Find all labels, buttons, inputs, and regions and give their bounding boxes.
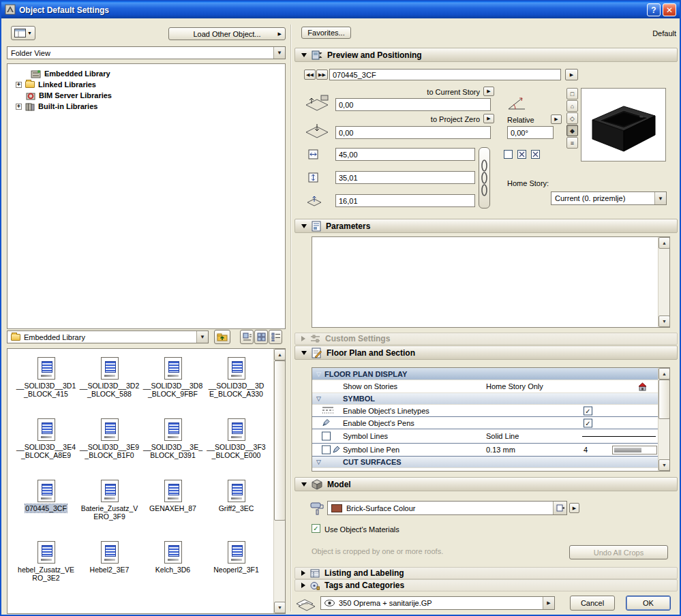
relative-menu-button[interactable]: ▶: [551, 114, 562, 124]
library-path-select[interactable]: Embedded Library ▼: [7, 330, 209, 343]
group-triangle-icon[interactable]: ▽: [316, 459, 321, 465]
section-floor-plan-and-section[interactable]: Floor Plan and Section: [294, 345, 678, 360]
linetypes-checkbox[interactable]: ✓: [584, 406, 592, 415]
title-bar[interactable]: Object Default Settings ? ✕: [1, 1, 680, 18]
dropdown-arrow-icon[interactable]: ▼: [196, 331, 208, 343]
scroll-up-button[interactable]: ▲: [659, 368, 670, 380]
preview-front-view-button[interactable]: ⌂: [566, 100, 578, 112]
parameters-list[interactable]: ▲ ▼: [312, 236, 670, 328]
preview-2d-symbol-button[interactable]: □: [566, 88, 578, 99]
rotation-angle-input[interactable]: [507, 126, 554, 139]
table-group-floor-plan-display[interactable]: ▽ FLOOR PLAN DISPLAY: [312, 368, 658, 380]
collapse-triangle-icon[interactable]: [301, 351, 307, 355]
layer-menu-arrow-icon[interactable]: ▶: [543, 597, 554, 609]
dropdown-arrow-icon[interactable]: ▼: [654, 192, 666, 204]
object-preview-pane[interactable]: [581, 88, 666, 161]
surface-catalog-icon[interactable]: [553, 502, 566, 514]
to-project-zero-menu-button[interactable]: ▶: [483, 114, 494, 123]
scroll-up-button[interactable]: ▲: [659, 237, 670, 249]
table-row-symbol-line-pen[interactable]: Symbol Line Pen 0.13 mm 4: [312, 444, 658, 457]
dialog-view-options-button[interactable]: ▼: [11, 26, 35, 40]
section-listing-and-labeling[interactable]: Listing and Labeling: [294, 567, 678, 579]
tree-item-embedded-library[interactable]: Embedded Library: [7, 68, 285, 79]
library-object-item[interactable]: __SOLID3D__3E4_BLOCK_A8E9: [14, 418, 78, 480]
layer-select[interactable]: 350 Oprema + sanitarije.GP ▶: [320, 596, 555, 610]
next-object-button[interactable]: ▶▶: [316, 70, 328, 80]
home-story-select[interactable]: Current (0. prizemlje) ▼: [551, 191, 667, 205]
row-value[interactable]: Home Story Only: [486, 382, 543, 390]
expand-plus-icon[interactable]: +: [16, 104, 22, 110]
object-name-field[interactable]: 070445_3CF: [329, 69, 561, 80]
symbol-pen-checkbox[interactable]: [322, 446, 331, 455]
surface-menu-button[interactable]: ▶: [569, 503, 579, 513]
dimension-x-input[interactable]: [335, 148, 475, 161]
collapse-triangle-icon[interactable]: [301, 53, 307, 57]
ok-button[interactable]: OK: [626, 596, 671, 611]
line-preview[interactable]: [582, 436, 656, 437]
pen-preview[interactable]: [612, 446, 657, 455]
library-object-item[interactable]: Griff2_3EC: [205, 480, 268, 541]
close-button[interactable]: ✕: [663, 3, 676, 16]
collapse-triangle-icon[interactable]: [301, 224, 307, 228]
library-object-item[interactable]: Neoperl2_3F1: [205, 541, 268, 602]
load-other-object-button[interactable]: Load Other Object... ▶: [168, 27, 286, 40]
expand-plus-icon[interactable]: +: [16, 82, 22, 88]
collapse-triangle-icon[interactable]: [301, 583, 305, 588]
table-row-show-on-stories[interactable]: Show on Stories Home Story Only: [312, 380, 658, 393]
library-object-item[interactable]: Kelch_3D6: [141, 541, 205, 602]
dropdown-arrow-icon[interactable]: ▼: [273, 47, 285, 59]
section-model[interactable]: Model: [294, 477, 678, 491]
collapse-triangle-icon[interactable]: [301, 336, 305, 341]
group-triangle-icon[interactable]: ▽: [316, 371, 321, 378]
library-object-item[interactable]: Hebel2_3E7: [78, 541, 141, 602]
undo-all-crops-button[interactable]: Undo All Crops: [569, 545, 668, 559]
mirror-y-icon-box[interactable]: [531, 150, 540, 159]
table-scrollbar[interactable]: ▲ ▼: [658, 368, 669, 471]
large-icons-view-button[interactable]: [240, 330, 254, 344]
folder-view-select[interactable]: Folder View ▼: [7, 46, 286, 59]
small-icons-view-button[interactable]: [254, 330, 268, 344]
row-value[interactable]: 0.13 mm: [486, 446, 515, 454]
scrollbar-thumb[interactable]: [274, 360, 286, 521]
object-menu-button[interactable]: ▶: [565, 69, 578, 80]
table-row-enable-linetypes[interactable]: Enable Object's Linetypes ✓: [312, 405, 658, 417]
section-tags-and-categories[interactable]: Tags and Categories: [294, 579, 678, 591]
group-triangle-icon[interactable]: ▽: [316, 395, 321, 402]
dimension-y-input[interactable]: [335, 171, 475, 184]
scroll-down-button[interactable]: ▼: [274, 602, 286, 613]
tree-item-linked-libraries[interactable]: + Linked Libraries: [7, 79, 285, 90]
table-row-symbol-lines[interactable]: Symbol Lines Solid Line: [312, 429, 658, 444]
collapse-triangle-icon[interactable]: [301, 482, 307, 487]
details-view-button[interactable]: [269, 330, 282, 344]
up-one-level-button[interactable]: [214, 330, 230, 344]
library-object-item[interactable]: hebel_Zusatz_VERO_3E2: [14, 541, 78, 602]
scroll-down-button[interactable]: ▼: [659, 459, 670, 471]
table-group-cut-surfaces[interactable]: ▽ CUT SURFACES: [312, 457, 658, 468]
section-parameters[interactable]: Parameters: [294, 219, 678, 233]
help-button[interactable]: ?: [647, 3, 661, 16]
preview-3d-shaded-button[interactable]: ◆: [566, 125, 578, 136]
library-object-item[interactable]: GENAXEH_87: [141, 480, 205, 541]
symbol-lines-checkbox[interactable]: [322, 432, 331, 441]
library-object-item[interactable]: __SOLID3D__3F3_BLOCK_E000: [205, 418, 268, 480]
library-object-item[interactable]: __SOLID3D__3D2_BLOCK_588: [78, 357, 141, 418]
parameters-scrollbar[interactable]: ▲ ▼: [658, 237, 669, 327]
proportional-link-toggle[interactable]: [479, 147, 490, 209]
row-value[interactable]: Solid Line: [486, 432, 519, 440]
preview-info-button[interactable]: ≡: [566, 137, 578, 149]
tree-item-bim-server-libraries[interactable]: BIM Server Libraries: [7, 90, 285, 101]
previous-object-button[interactable]: ◀◀: [304, 70, 316, 80]
library-object-item[interactable]: __SOLID3D__3E9_BLOCK_B1F0: [78, 418, 141, 480]
tree-item-built-in-libraries[interactable]: + Built-in Libraries: [7, 101, 285, 112]
library-object-item[interactable]: __SOLID3D__3D1_BLOCK_415: [14, 357, 78, 418]
section-preview-and-positioning[interactable]: Preview and Positioning: [294, 48, 678, 62]
mirror-checkbox[interactable]: [504, 150, 513, 159]
library-object-item[interactable]: __SOLID3D__3E_BLOCK_D391: [141, 418, 205, 480]
library-object-item[interactable]: __SOLID3D__3D8_BLOCK_9FBF: [141, 357, 205, 418]
elevation-to-zero-input[interactable]: [335, 126, 491, 139]
scroll-down-button[interactable]: ▼: [659, 315, 670, 327]
elevation-to-story-input[interactable]: [335, 98, 491, 111]
pen-number[interactable]: 4: [584, 446, 588, 454]
use-object-materials-checkbox[interactable]: ✓: [312, 524, 320, 533]
mirror-x-icon-box[interactable]: [517, 150, 526, 159]
